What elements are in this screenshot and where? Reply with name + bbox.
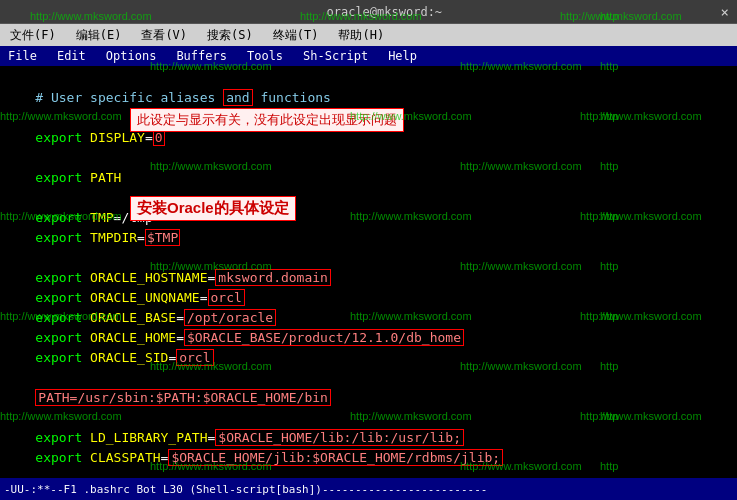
line-10: export ORACLE_HOSTNAME=mksword.domain <box>0 248 737 268</box>
line-6 <box>0 168 737 188</box>
line-7: export TMP=/tmp <box>0 188 737 208</box>
line-8: export TMPDIR=$TMP <box>0 208 737 228</box>
line-19: export CLASSPATH=$ORACLE_HOME/jlib:$ORAC… <box>0 428 737 448</box>
annotation-display: 此设定与显示有关，没有此设定出现显示问题 <box>130 108 404 132</box>
menu-options-vim[interactable]: Options <box>102 48 161 64</box>
line-14: export ORACLE_SID=orcl <box>0 328 737 348</box>
menu-shscript-vim[interactable]: Sh-Script <box>299 48 372 64</box>
close-button[interactable]: × <box>721 4 729 20</box>
status-bar: -UU-:**--F1 .bashrc Bot L30 (Shell-scrip… <box>0 478 737 500</box>
line-12: export ORACLE_BASE=/opt/oracle <box>0 288 737 308</box>
line-11: export ORACLE_UNQNAME=orcl <box>0 268 737 288</box>
line-17 <box>0 388 737 408</box>
line-13: export ORACLE_HOME=$ORACLE_BASE/product/… <box>0 308 737 328</box>
menu-tools-vim[interactable]: Tools <box>243 48 287 64</box>
menu-help-vim[interactable]: Help <box>384 48 421 64</box>
menu-view-cn[interactable]: 查看(V) <box>135 25 193 46</box>
line-9 <box>0 228 737 248</box>
menu-terminal-cn[interactable]: 终端(T) <box>267 25 325 46</box>
status-text: -UU-:**--F1 .bashrc Bot L30 (Shell-scrip… <box>4 483 487 496</box>
title-bar: oracle@mksword:~ × <box>0 0 737 24</box>
menu-file-vim[interactable]: File <box>4 48 41 64</box>
window-title: oracle@mksword:~ <box>48 5 721 19</box>
menu-edit-cn[interactable]: 编辑(E) <box>70 25 128 46</box>
chinese-menu-bar: 文件(F) 编辑(E) 查看(V) 搜索(S) 终端(T) 帮助(H) <box>0 24 737 46</box>
line-16: PATH=/usr/sbin:$PATH:$ORACLE_HOME/bin <box>0 368 737 388</box>
line-2 <box>0 88 737 108</box>
menu-edit-vim[interactable]: Edit <box>53 48 90 64</box>
menu-file-cn[interactable]: 文件(F) <box>4 25 62 46</box>
annotation-oracle: 安装Oracle的具体设定 <box>130 196 296 221</box>
menu-help-cn[interactable]: 帮助(H) <box>332 25 390 46</box>
line-18: export LD_LIBRARY_PATH=$ORACLE_HOME/lib:… <box>0 408 737 428</box>
vim-menu-bar: File Edit Options Buffers Tools Sh-Scrip… <box>0 46 737 66</box>
menu-buffers-vim[interactable]: Buffers <box>172 48 231 64</box>
line-5: export PATH <box>0 148 737 168</box>
line-1: # User specific aliases and functions <box>0 68 737 88</box>
editor-area[interactable]: # User specific aliases and functions ex… <box>0 66 737 478</box>
line-15 <box>0 348 737 368</box>
menu-search-cn[interactable]: 搜索(S) <box>201 25 259 46</box>
